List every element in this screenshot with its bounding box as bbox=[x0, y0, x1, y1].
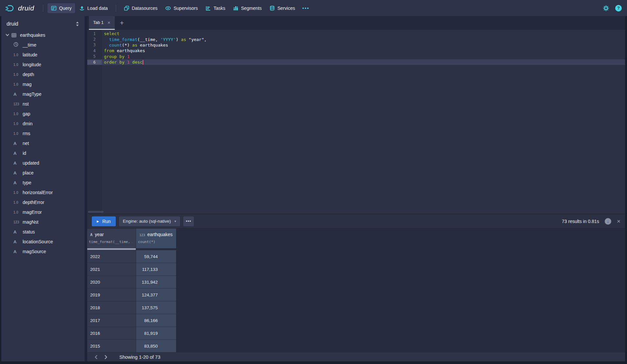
cell-year[interactable]: 2017 bbox=[87, 314, 136, 327]
cell-year[interactable]: 2015 bbox=[87, 340, 136, 352]
schema-sidebar: druid earthquakes __time1.0latitude1.0lo… bbox=[1, 16, 85, 361]
datasource-item-earthquakes[interactable]: earthquakes bbox=[1, 30, 85, 40]
column-item-magNst[interactable]: 123magNst bbox=[1, 217, 85, 227]
settings-gear-icon[interactable] bbox=[602, 5, 610, 12]
column-item-depth[interactable]: 1.0depth bbox=[1, 70, 85, 79]
int-type-icon: 123 bbox=[13, 102, 22, 106]
sql-line-5[interactable]: 5group by 1 bbox=[87, 54, 625, 59]
sql-editor[interactable]: 1select2 time_format(__time, 'YYYY') as … bbox=[87, 30, 625, 214]
column-item-mag[interactable]: 1.0mag bbox=[1, 79, 85, 89]
column-item-updated[interactable]: Aupdated bbox=[1, 158, 85, 168]
column-name: __time bbox=[23, 42, 36, 48]
sidebar-header: druid bbox=[1, 16, 85, 30]
column-item-type[interactable]: Atype bbox=[1, 178, 85, 188]
cell-year[interactable]: 2022 bbox=[87, 250, 136, 263]
column-item-__time[interactable]: __time bbox=[1, 40, 85, 50]
sql-line-text: order by 1 desc bbox=[102, 60, 143, 65]
column-item-status[interactable]: Astatus bbox=[1, 227, 85, 237]
column-item-id[interactable]: Aid bbox=[1, 148, 85, 158]
nav-item-load-data[interactable]: Load data bbox=[76, 3, 111, 13]
download-icon[interactable]: ↓ bbox=[605, 218, 611, 225]
column-item-latitude[interactable]: 1.0latitude bbox=[1, 50, 85, 60]
nav-item-label: Segments bbox=[241, 6, 262, 11]
table-row: 201681,919 bbox=[87, 327, 625, 340]
column-item-rms[interactable]: 1.0rms bbox=[1, 129, 85, 138]
column-title: earthquakes bbox=[147, 232, 172, 237]
cell-earthquakes[interactable]: 59,744 bbox=[136, 250, 176, 263]
run-button[interactable]: ▶ Run bbox=[92, 216, 116, 226]
column-item-depthError[interactable]: 1.0depthError bbox=[1, 197, 85, 207]
cell-year[interactable]: 2020 bbox=[87, 276, 136, 289]
engine-select[interactable]: Engine: auto (sql-native) ▾ bbox=[119, 216, 180, 226]
add-tab-button[interactable]: + bbox=[120, 19, 124, 27]
column-header-year[interactable]: A year time_format(__time, … bbox=[87, 229, 136, 248]
column-item-magError[interactable]: 1.0magError bbox=[1, 207, 85, 217]
nav-item-segments[interactable]: Segments bbox=[230, 3, 265, 13]
query-more-button[interactable]: ••• bbox=[183, 216, 194, 226]
pagination-info: Showing 1-20 of 73 bbox=[119, 354, 160, 360]
cell-year[interactable]: 2018 bbox=[87, 301, 136, 314]
sort-double-caret-icon[interactable] bbox=[75, 21, 79, 27]
float-type-icon: 1.0 bbox=[13, 53, 22, 57]
cell-earthquakes[interactable]: 83,850 bbox=[136, 340, 176, 352]
string-type-icon: A bbox=[13, 151, 22, 156]
nav-item-supervisors[interactable]: Supervisors bbox=[162, 3, 201, 13]
column-item-horizontalError[interactable]: 1.0horizontalError bbox=[1, 188, 85, 197]
nav-divider bbox=[116, 5, 116, 12]
column-item-nst[interactable]: 123nst bbox=[1, 99, 85, 109]
column-item-net[interactable]: Anet bbox=[1, 138, 85, 148]
nav-more-icon[interactable]: ••• bbox=[299, 3, 313, 13]
cell-earthquakes[interactable]: 124,377 bbox=[136, 289, 176, 301]
help-icon[interactable]: ? bbox=[615, 5, 622, 11]
float-type-icon: 1.0 bbox=[13, 73, 22, 76]
column-item-magSource[interactable]: AmagSource bbox=[1, 247, 85, 256]
nav-item-tasks[interactable]: Tasks bbox=[202, 3, 229, 13]
column-item-longitude[interactable]: 1.0longitude bbox=[1, 60, 85, 70]
cell-earthquakes[interactable]: 137,575 bbox=[136, 301, 176, 314]
prev-page-button[interactable] bbox=[91, 355, 101, 359]
float-type-icon: 1.0 bbox=[13, 191, 22, 194]
code-area: 1select2 time_format(__time, 'YYYY') as … bbox=[87, 31, 625, 65]
column-header-earthquakes[interactable]: 123 earthquakes count(*) bbox=[136, 229, 176, 248]
nav-item-services[interactable]: Services bbox=[266, 3, 299, 13]
nav-item-query[interactable]: Query bbox=[48, 3, 75, 13]
tab-1[interactable]: Tab 1 × bbox=[89, 16, 115, 30]
database-icon bbox=[270, 6, 275, 11]
cell-earthquakes[interactable]: 86,166 bbox=[136, 314, 176, 327]
sql-line-4[interactable]: 4from earthquakes bbox=[87, 48, 625, 53]
string-type-icon: A bbox=[13, 180, 22, 185]
column-name: mag bbox=[23, 82, 31, 87]
sql-line-3[interactable]: 3 count(*) as earthquakes bbox=[87, 42, 625, 48]
close-tab-icon[interactable]: × bbox=[108, 20, 111, 25]
column-item-locationSource[interactable]: AlocationSource bbox=[1, 237, 85, 247]
close-results-icon[interactable]: × bbox=[617, 218, 620, 225]
tab-label: Tab 1 bbox=[93, 20, 104, 25]
cell-earthquakes[interactable]: 81,919 bbox=[136, 327, 176, 340]
table-row: 2018137,575 bbox=[87, 301, 625, 314]
sql-line-6[interactable]: 6order by 1 desc bbox=[87, 59, 625, 65]
next-page-button[interactable] bbox=[101, 355, 111, 359]
nav-item-label: Datasources bbox=[132, 6, 158, 11]
column-item-place[interactable]: Aplace bbox=[1, 168, 85, 178]
table-icon bbox=[11, 33, 19, 38]
table-hscrollbar-thumb[interactable] bbox=[87, 248, 136, 250]
druid-logo[interactable]: druid bbox=[5, 3, 34, 13]
column-item-magType[interactable]: AmagType bbox=[1, 89, 85, 99]
sql-line-text: group by 1 bbox=[102, 54, 130, 59]
cell-year[interactable]: 2019 bbox=[87, 289, 136, 301]
cell-year[interactable]: 2021 bbox=[87, 263, 136, 276]
cell-year[interactable]: 2016 bbox=[87, 327, 136, 340]
cell-earthquakes[interactable]: 117,133 bbox=[136, 263, 176, 276]
cell-earthquakes[interactable]: 131,942 bbox=[136, 276, 176, 289]
line-number: 2 bbox=[87, 37, 102, 42]
chevron-down-icon[interactable] bbox=[6, 34, 11, 36]
column-item-gap[interactable]: 1.0gap bbox=[1, 109, 85, 119]
string-type-icon: A bbox=[13, 141, 22, 146]
column-item-dmin[interactable]: 1.0dmin bbox=[1, 119, 85, 129]
nav-item-datasources[interactable]: Datasources bbox=[120, 3, 161, 13]
sql-line-1[interactable]: 1select bbox=[87, 31, 625, 36]
editor-hscrollbar[interactable] bbox=[88, 211, 104, 213]
column-name: id bbox=[23, 151, 26, 156]
sql-line-2[interactable]: 2 time_format(__time, 'YYYY') as "year", bbox=[87, 36, 625, 42]
float-type-icon: 1.0 bbox=[13, 112, 22, 116]
